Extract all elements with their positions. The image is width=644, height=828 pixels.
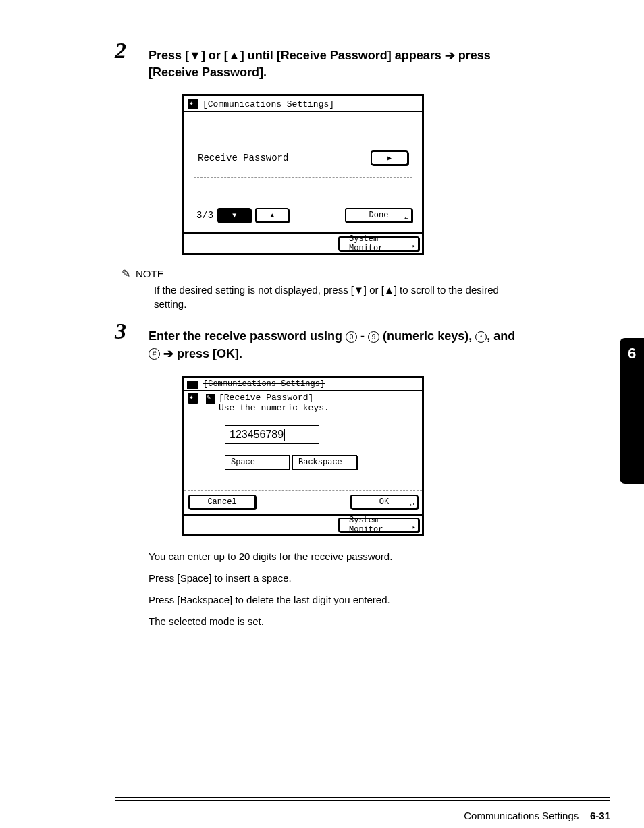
password-input[interactable]: 123456789 bbox=[225, 425, 319, 444]
password-value: 123456789 bbox=[230, 429, 284, 441]
s3b: (numeric keys), bbox=[379, 329, 475, 343]
step2-text-mid1: ] or [ bbox=[201, 49, 228, 62]
step-3: 3 Enter the receive password using 0 - 9… bbox=[149, 328, 529, 362]
done-button[interactable]: Done bbox=[345, 208, 412, 223]
option-arrow-button[interactable]: ▶ bbox=[371, 150, 408, 165]
option-label: Receive Password bbox=[198, 153, 288, 163]
space-label: Space bbox=[231, 458, 255, 467]
screen-receive-password: [Communications Settings] [Receive Passw… bbox=[182, 376, 424, 536]
footer-page: 6-31 bbox=[590, 810, 610, 821]
right-triangle-icon: ▶ bbox=[387, 154, 392, 162]
screen2-crumb-text: [Communications Settings] bbox=[203, 379, 325, 389]
sysmon-label-2: System Monitor bbox=[349, 516, 408, 534]
screen1-body: Receive Password ▶ 3/3 ▼ ▲ Done bbox=[184, 112, 422, 232]
page-up-button[interactable]: ▲ bbox=[255, 208, 289, 223]
body-p4: The selected mode is set. bbox=[149, 613, 529, 630]
note-label: NOTE bbox=[136, 268, 164, 279]
note-text: If the desired setting is not displayed,… bbox=[154, 283, 529, 311]
step-2: 2 Press [▼] or [▲] until [Receive Passwo… bbox=[149, 47, 529, 81]
done-label: Done bbox=[369, 211, 389, 220]
step-2-text: Press [▼] or [▲] until [Receive Password… bbox=[149, 47, 529, 81]
cancel-label: Cancel bbox=[207, 497, 236, 507]
screen2-sub: [Receive Password] Use the numeric keys. bbox=[184, 391, 422, 418]
footer-text: Communications Settings 6-31 bbox=[464, 810, 610, 821]
body-p1: You can enter up to 20 digits for the re… bbox=[149, 549, 529, 565]
s3c: , and bbox=[487, 329, 515, 343]
arrow-icon: ➔ bbox=[163, 347, 177, 360]
numeric-key-0-icon: 0 bbox=[346, 331, 357, 343]
pager-left: 3/3 ▼ ▲ bbox=[196, 208, 289, 223]
s3a: Enter the receive password using bbox=[149, 329, 346, 343]
page-count: 3/3 bbox=[196, 210, 213, 221]
step-number-2: 2 bbox=[115, 38, 126, 63]
sysmon-label: System Monitor bbox=[349, 234, 408, 253]
screen1-title-bar: [Communications Settings] bbox=[184, 96, 422, 112]
down-triangle-icon: ▼ bbox=[232, 212, 236, 219]
s3dash: - bbox=[357, 329, 368, 343]
body-p3: Press [Backspace] to delete the last dig… bbox=[149, 592, 529, 608]
receive-password-option[interactable]: Receive Password ▶ bbox=[194, 138, 412, 178]
screen2-bottom-row: Cancel OK bbox=[184, 490, 422, 514]
down-triangle-icon: ▼ bbox=[354, 284, 364, 296]
s3d: press [OK]. bbox=[177, 347, 242, 360]
system-monitor-button-2[interactable]: System Monitor bbox=[338, 518, 419, 532]
step-3-text: Enter the receive password using 0 - 9 (… bbox=[149, 328, 529, 362]
cursor bbox=[284, 429, 285, 441]
fax-icon bbox=[187, 381, 198, 389]
cancel-button[interactable]: Cancel bbox=[188, 495, 256, 509]
sysmon-row-2: System Monitor bbox=[184, 514, 422, 534]
ok-label: OK bbox=[379, 497, 389, 507]
note-header: ✎ NOTE bbox=[122, 267, 529, 280]
screen2-subtitle: [Receive Password] bbox=[219, 393, 313, 403]
note-b: ] or [ bbox=[364, 284, 384, 296]
chapter-label: System Manager Settings bbox=[637, 364, 644, 480]
backspace-label: Backspace bbox=[298, 458, 342, 467]
numeric-key-9-icon: 9 bbox=[368, 331, 379, 343]
up-triangle-icon: ▲ bbox=[384, 284, 394, 296]
system-monitor-button[interactable]: System Monitor bbox=[338, 236, 419, 251]
key-row: Space Backspace bbox=[225, 455, 422, 470]
arrow-icon: ➔ bbox=[445, 49, 458, 62]
hand-icon bbox=[206, 394, 215, 404]
step2-text-mid2: ] until [Receive Password] appears bbox=[240, 49, 445, 62]
page-down-button[interactable]: ▼ bbox=[217, 208, 251, 223]
up-triangle-icon: ▲ bbox=[270, 212, 274, 219]
sysmon-row-1: System Monitor bbox=[184, 232, 422, 253]
globe-icon bbox=[188, 99, 198, 109]
space-button[interactable]: Space bbox=[225, 455, 290, 470]
backspace-button[interactable]: Backspace bbox=[292, 455, 357, 470]
screen2-crumb: [Communications Settings] bbox=[184, 378, 422, 391]
screen2-hint: Use the numeric keys. bbox=[219, 403, 329, 413]
pager-row: 3/3 ▼ ▲ Done bbox=[190, 205, 417, 227]
footer-section: Communications Settings bbox=[464, 810, 579, 821]
screen-comm-settings: [Communications Settings] Receive Passwo… bbox=[182, 94, 424, 255]
star-key-icon: * bbox=[475, 331, 487, 343]
footer-rule bbox=[115, 797, 610, 801]
screen1-title: [Communications Settings] bbox=[203, 99, 334, 109]
step2-text-before: Press [ bbox=[149, 49, 189, 62]
screen2-sub-wrap: [Receive Password] Use the numeric keys. bbox=[219, 393, 329, 413]
pencil-icon: ✎ bbox=[122, 267, 130, 280]
down-triangle-icon: ▼ bbox=[189, 49, 201, 62]
chapter-number: 6 bbox=[628, 345, 636, 362]
ok-button[interactable]: OK bbox=[350, 495, 418, 509]
hash-key-icon: # bbox=[149, 348, 160, 360]
note-a: If the desired setting is not displayed,… bbox=[154, 284, 354, 296]
note-block: ✎ NOTE If the desired setting is not dis… bbox=[122, 267, 529, 311]
up-triangle-icon: ▲ bbox=[228, 49, 240, 62]
step-number-3: 3 bbox=[115, 319, 126, 344]
body-p2: Press [Space] to insert a space. bbox=[149, 570, 529, 586]
globe-icon bbox=[188, 393, 198, 404]
footer-rule-2 bbox=[115, 802, 610, 802]
